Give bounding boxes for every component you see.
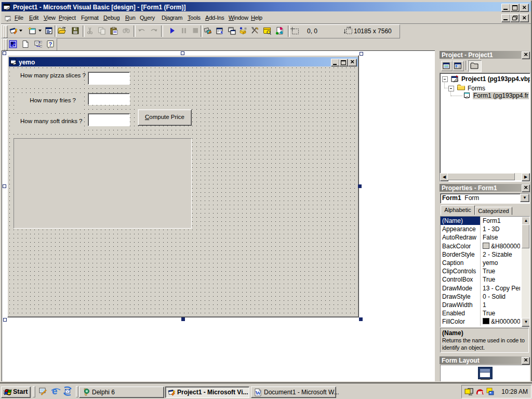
svg-text:?: ? [49, 41, 52, 47]
svg-text:ATI: ATI [477, 390, 484, 395]
svg-text:e: e [52, 386, 58, 396]
svg-text:W: W [255, 390, 261, 396]
